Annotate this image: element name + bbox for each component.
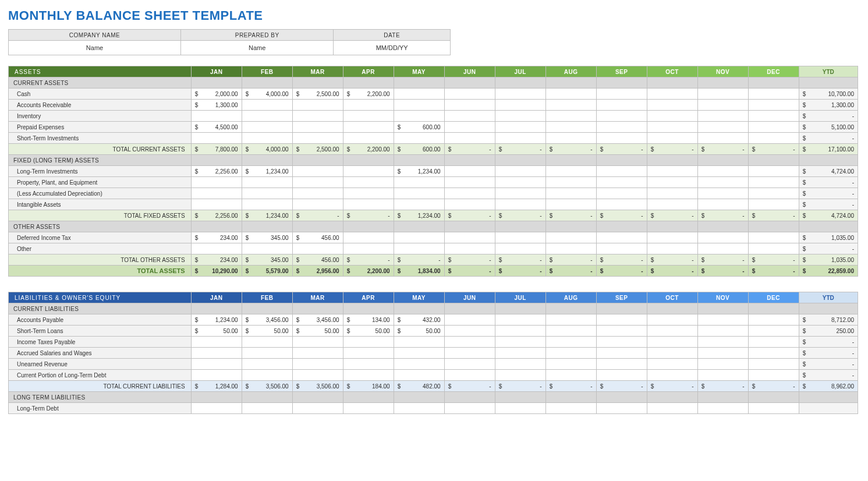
cell[interactable]: $- — [799, 188, 858, 199]
cell[interactable] — [697, 370, 748, 381]
cell[interactable]: $2,200.00 — [343, 266, 394, 277]
cell[interactable]: $- — [647, 210, 697, 221]
cell[interactable]: $5,579.00 — [242, 266, 292, 277]
cell[interactable] — [343, 122, 394, 133]
cell[interactable] — [444, 370, 495, 381]
cell[interactable]: $10,290.00 — [191, 266, 242, 277]
cell[interactable] — [191, 177, 242, 188]
cell[interactable] — [647, 232, 697, 243]
cell[interactable] — [444, 188, 495, 199]
cell[interactable]: $- — [596, 266, 647, 277]
cell[interactable]: $8,962.00 — [799, 381, 858, 392]
cell[interactable]: $234.00 — [191, 232, 242, 243]
cell[interactable]: $4,724.00 — [799, 210, 858, 221]
cell[interactable] — [292, 199, 343, 210]
info-value[interactable]: MM/DD/YY — [334, 41, 451, 55]
cell[interactable] — [596, 314, 647, 326]
cell[interactable] — [394, 100, 444, 111]
cell[interactable] — [242, 177, 292, 188]
cell[interactable] — [647, 188, 697, 199]
cell[interactable] — [343, 188, 394, 199]
cell[interactable] — [697, 326, 748, 337]
cell[interactable] — [242, 403, 292, 414]
cell[interactable] — [394, 243, 444, 254]
cell[interactable]: $482.00 — [394, 381, 444, 392]
cell[interactable] — [545, 326, 596, 337]
cell[interactable] — [697, 177, 748, 188]
cell[interactable] — [444, 100, 495, 111]
cell[interactable]: $2,200.00 — [343, 89, 394, 100]
cell[interactable] — [444, 337, 495, 348]
cell[interactable] — [343, 243, 394, 254]
cell[interactable] — [647, 403, 697, 414]
cell[interactable] — [697, 348, 748, 359]
cell[interactable] — [495, 337, 545, 348]
cell[interactable] — [647, 359, 697, 370]
cell[interactable] — [748, 133, 799, 144]
cell[interactable]: $- — [394, 254, 444, 266]
cell[interactable] — [242, 100, 292, 111]
cell[interactable] — [292, 337, 343, 348]
cell[interactable] — [697, 199, 748, 210]
cell[interactable] — [292, 403, 343, 414]
cell[interactable] — [394, 370, 444, 381]
cell[interactable] — [596, 166, 647, 177]
cell[interactable] — [292, 370, 343, 381]
cell[interactable] — [545, 232, 596, 243]
cell[interactable] — [343, 348, 394, 359]
cell[interactable] — [748, 199, 799, 210]
cell[interactable]: $1,234.00 — [394, 210, 444, 221]
cell[interactable]: $432.00 — [394, 314, 444, 326]
cell[interactable] — [545, 337, 596, 348]
cell[interactable] — [292, 177, 343, 188]
cell[interactable] — [495, 100, 545, 111]
cell[interactable] — [647, 348, 697, 359]
cell[interactable] — [697, 243, 748, 254]
cell[interactable]: $234.00 — [191, 254, 242, 266]
cell[interactable]: $2,000.00 — [191, 89, 242, 100]
cell[interactable] — [697, 122, 748, 133]
cell[interactable] — [697, 89, 748, 100]
cell[interactable] — [242, 348, 292, 359]
cell[interactable] — [343, 337, 394, 348]
cell[interactable]: $50.00 — [292, 326, 343, 337]
cell[interactable]: $10,700.00 — [799, 89, 858, 100]
cell[interactable]: $- — [545, 144, 596, 155]
cell[interactable]: $- — [495, 144, 545, 155]
cell[interactable] — [191, 337, 242, 348]
cell[interactable]: $- — [647, 381, 697, 392]
cell[interactable] — [545, 177, 596, 188]
cell[interactable]: $1,234.00 — [394, 166, 444, 177]
cell[interactable] — [596, 199, 647, 210]
cell[interactable] — [748, 111, 799, 122]
cell[interactable]: $- — [545, 381, 596, 392]
cell[interactable] — [545, 403, 596, 414]
cell[interactable] — [596, 359, 647, 370]
cell[interactable] — [748, 337, 799, 348]
cell[interactable]: $17,100.00 — [799, 144, 858, 155]
cell[interactable]: $- — [292, 210, 343, 221]
cell[interactable] — [394, 133, 444, 144]
cell[interactable] — [191, 199, 242, 210]
cell[interactable]: $134.00 — [343, 314, 394, 326]
cell[interactable] — [343, 111, 394, 122]
cell[interactable] — [596, 133, 647, 144]
cell[interactable] — [748, 359, 799, 370]
cell[interactable] — [647, 199, 697, 210]
cell[interactable]: $2,256.00 — [191, 210, 242, 221]
cell[interactable] — [647, 314, 697, 326]
cell[interactable] — [292, 100, 343, 111]
cell[interactable]: $1,234.00 — [242, 166, 292, 177]
cell[interactable]: $- — [799, 111, 858, 122]
cell[interactable] — [495, 359, 545, 370]
cell[interactable] — [242, 370, 292, 381]
cell[interactable]: $456.00 — [292, 232, 343, 243]
cell[interactable]: $- — [545, 210, 596, 221]
cell[interactable]: $- — [596, 381, 647, 392]
cell[interactable] — [242, 243, 292, 254]
cell[interactable] — [647, 337, 697, 348]
cell[interactable] — [394, 89, 444, 100]
cell[interactable] — [292, 348, 343, 359]
cell[interactable]: $- — [799, 348, 858, 359]
cell[interactable]: $- — [799, 337, 858, 348]
